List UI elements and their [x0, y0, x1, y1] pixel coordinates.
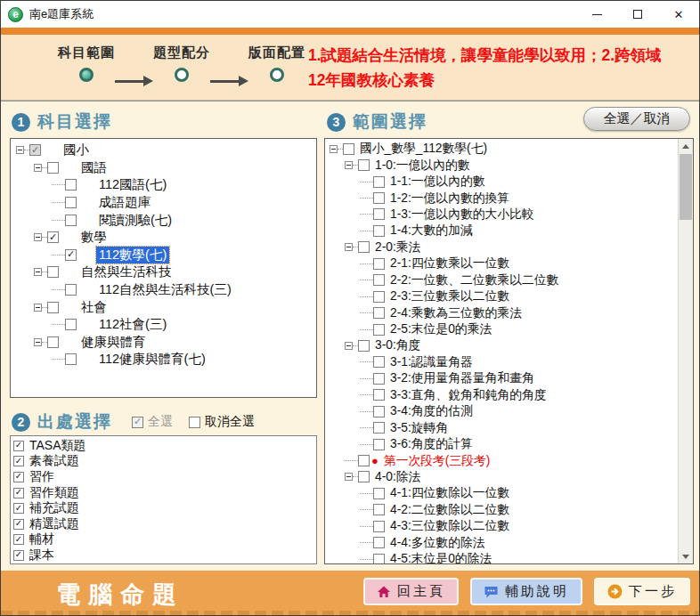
scrollbar-thumb[interactable]	[680, 154, 692, 220]
tree-row-label[interactable]: 2-1:四位數乘以一位數	[387, 255, 512, 272]
checkbox[interactable]	[13, 472, 24, 482]
source-list-item[interactable]: 課本	[13, 547, 316, 563]
tree-row[interactable]: 112健康與體育(七)	[14, 351, 316, 369]
collapse-expander-icon[interactable]	[345, 161, 353, 169]
tree-row[interactable]: 2-3:三位數乘以二位數	[328, 288, 677, 304]
select-toggle-button[interactable]: 全選／取消	[583, 107, 690, 131]
tree-row[interactable]: 數學	[14, 229, 316, 247]
collapse-expander-icon[interactable]	[16, 146, 24, 154]
checkbox[interactable]	[373, 439, 385, 450]
tree-row[interactable]: 1-4:大數的加減	[328, 223, 677, 239]
checkbox[interactable]	[358, 340, 370, 352]
tree-row[interactable]: 1-2:一億以內數的換算	[328, 190, 677, 206]
collapse-expander-icon[interactable]	[345, 473, 353, 481]
tree-row[interactable]: ●第一次段考(三段考)	[328, 452, 677, 468]
tree-row[interactable]: 4-5:末位是0的除法	[328, 551, 677, 564]
tree-row[interactable]: 112國語(七)	[14, 176, 316, 194]
checkbox[interactable]	[373, 208, 385, 220]
tree-row[interactable]: 2-2:一位數、二位數乘以二位數	[328, 272, 677, 288]
collapse-expander-icon[interactable]	[34, 268, 42, 276]
tree-row-label[interactable]: 2-4:乘數為三位數的乘法	[387, 305, 525, 321]
checkbox[interactable]	[29, 144, 41, 156]
tree-row[interactable]: 112數學(七)	[14, 247, 316, 264]
checkbox[interactable]	[65, 319, 77, 330]
close-icon[interactable]: ✕	[658, 1, 699, 28]
tree-row-label[interactable]: 3-3:直角、銳角和鈍角的角度	[387, 387, 549, 403]
checkbox[interactable]	[373, 258, 385, 270]
checkbox[interactable]	[373, 406, 385, 417]
tree-row-label[interactable]: 3-6:角度的計算	[387, 436, 476, 452]
help-button[interactable]: 輔助說明	[470, 578, 582, 605]
tree-row[interactable]: 112自然與生活科技(三)	[14, 281, 316, 299]
checkbox[interactable]	[373, 274, 385, 286]
collapse-expander-icon[interactable]	[345, 243, 353, 251]
tree-row-label[interactable]: 2-2:一位數、二位數乘以二位數	[387, 272, 561, 288]
maximize-icon[interactable]	[617, 1, 658, 28]
tree-row-label[interactable]: 數學	[78, 229, 110, 246]
source-list-item[interactable]: 習作類題	[13, 485, 316, 501]
scroll-down-icon[interactable]	[679, 549, 693, 563]
tree-row-label[interactable]: 閱讀測驗(七)	[96, 212, 175, 229]
checkbox[interactable]	[13, 550, 24, 561]
checkbox[interactable]	[65, 197, 77, 208]
tree-row[interactable]: 4-4:多位數的除法	[328, 535, 677, 551]
deselect-all-checkbox-box[interactable]	[189, 417, 200, 428]
tree-row-label[interactable]: 國語	[78, 159, 110, 176]
deselect-all-checkbox[interactable]: 取消全選	[189, 414, 255, 430]
checkbox[interactable]	[373, 225, 385, 237]
checkbox[interactable]	[47, 266, 59, 278]
tree-row-label[interactable]: 4-2:二位數除以二位數	[387, 502, 512, 518]
collapse-expander-icon[interactable]	[330, 145, 338, 153]
checkbox[interactable]	[373, 554, 385, 564]
scrollbar[interactable]	[678, 139, 693, 563]
collapse-expander-icon[interactable]	[34, 304, 42, 312]
tree-row-label[interactable]: 112自然與生活科技(三)	[96, 281, 234, 298]
checkbox[interactable]	[373, 488, 385, 499]
collapse-expander-icon[interactable]	[34, 338, 42, 346]
tree-row[interactable]: 國小_數學_112數學(七)	[328, 141, 677, 157]
select-all-checkbox[interactable]: 全選	[132, 414, 173, 430]
checkbox[interactable]	[65, 179, 77, 190]
tree-row-label[interactable]: 112健康與體育(七)	[96, 351, 208, 368]
tree-row-label[interactable]: 社會	[78, 299, 110, 316]
tree-row[interactable]: 3-2:使用量角器量角和畫角	[328, 370, 677, 386]
tree-row-label[interactable]: 國小	[61, 142, 92, 158]
tree-row[interactable]: 3-1:認識量角器	[328, 354, 677, 370]
tree-row[interactable]: 國語	[14, 159, 316, 177]
tree-row[interactable]: 4-2:二位數除以二位數	[328, 502, 677, 518]
tree-row[interactable]: 1-0:一億以內的數	[328, 157, 677, 173]
tree-row[interactable]: 2-1:四位數乘以一位數	[328, 255, 677, 272]
checkbox[interactable]	[47, 336, 59, 348]
tree-row[interactable]: 3-0:角度	[328, 337, 677, 353]
tree-row[interactable]: 4-0:除法	[328, 469, 677, 485]
source-list-item[interactable]: 精選試題	[13, 516, 316, 532]
tree-row-label[interactable]: 2-0:乘法	[372, 239, 423, 255]
tree-row[interactable]: 4-3:三位數除以二位數	[328, 518, 677, 534]
tree-row[interactable]: 3-3:直角、銳角和鈍角的角度	[328, 387, 677, 403]
checkbox[interactable]	[47, 302, 59, 313]
scroll-up-icon[interactable]	[679, 139, 693, 153]
checkbox[interactable]	[65, 284, 77, 296]
checkbox[interactable]	[13, 534, 24, 545]
tree-row[interactable]: 閱讀測驗(七)	[14, 211, 316, 229]
select-all-checkbox-box[interactable]	[132, 417, 143, 428]
tree-row[interactable]: 3-6:角度的計算	[328, 436, 677, 452]
tree-row[interactable]: 1-1:一億以內的數	[328, 174, 677, 190]
tree-row[interactable]: 112社會(三)	[14, 316, 316, 334]
tree-row-label[interactable]: 1-0:一億以內的數	[372, 158, 473, 174]
tree-row-label[interactable]: 112國語(七)	[96, 176, 169, 193]
tree-row-label[interactable]: 成語題庫	[96, 194, 153, 211]
tree-row[interactable]: 國小	[14, 142, 316, 159]
checkbox[interactable]	[373, 504, 385, 515]
checkbox[interactable]	[373, 537, 385, 548]
checkbox[interactable]	[47, 231, 59, 243]
checkbox[interactable]	[358, 159, 370, 171]
checkbox[interactable]	[358, 471, 370, 482]
checkbox[interactable]	[373, 422, 385, 434]
tree-row-label[interactable]: 3-0:角度	[372, 337, 423, 353]
tree-row-label[interactable]: 112社會(三)	[96, 316, 169, 333]
checkbox[interactable]	[373, 291, 385, 303]
tree-row-label[interactable]: 4-5:末位是0的除法	[387, 551, 494, 564]
source-list-item[interactable]: 習作	[13, 469, 316, 485]
tree-row-label[interactable]: 國小_數學_112數學(七)	[357, 141, 490, 157]
